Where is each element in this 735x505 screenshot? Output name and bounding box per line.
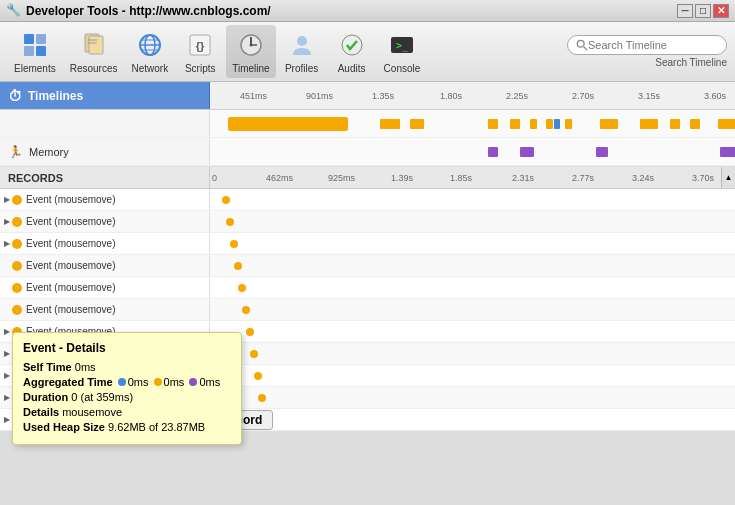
- tooltip-title: Event - Details: [23, 341, 231, 355]
- bar-scripting-12: [690, 119, 700, 129]
- expand-arrow-10[interactable]: ▶: [4, 393, 10, 402]
- event-details-tooltip: Event - Details Self Time 0ms Aggregated…: [12, 332, 242, 445]
- expand-arrow-3[interactable]: ▶: [4, 239, 10, 248]
- event-dot-5: [12, 283, 22, 293]
- bar-scripting-11: [670, 119, 680, 129]
- timelines-icon: ⏱: [8, 88, 22, 104]
- close-button[interactable]: ✕: [713, 4, 729, 18]
- bar-blue-1: [554, 119, 560, 129]
- expand-arrow-1[interactable]: ▶: [4, 195, 10, 204]
- svg-text:>_: >_: [396, 40, 409, 52]
- expand-arrow-9[interactable]: ▶: [4, 371, 10, 380]
- tooltip-self-time-val: 0ms: [75, 361, 96, 373]
- tool-network[interactable]: Network: [126, 25, 175, 78]
- event-text-6: Event (mousemove): [26, 304, 115, 315]
- tooltip-heap-val: 9.62MB of 23.87MB: [108, 421, 205, 433]
- svg-rect-0: [24, 34, 34, 44]
- rt-tick-925ms: 925ms: [328, 173, 355, 183]
- record-marker-10: [258, 394, 266, 402]
- tool-profiles[interactable]: Profiles: [278, 25, 326, 78]
- rt-tick-370s: 3.70s: [692, 173, 714, 183]
- timeline-row-1: [0, 110, 735, 138]
- record-label-4: ▶ Event (mousemove): [0, 255, 210, 276]
- tooltip-duration-label: Duration: [23, 391, 68, 403]
- records-label: RECORDS: [0, 167, 210, 188]
- records-title: RECORDS: [8, 172, 63, 184]
- tool-scripts[interactable]: {} Scripts: [176, 25, 224, 78]
- tooltip-details-val: mousemove: [62, 406, 122, 418]
- window-title: Developer Tools - http://www.cnblogs.com…: [26, 4, 677, 18]
- bar-scripting-5: [510, 119, 520, 129]
- memory-icon: 🏃: [8, 145, 23, 159]
- bar-purple-1: [488, 147, 498, 157]
- audits-icon: [336, 29, 368, 61]
- rt-tick-462ms: 462ms: [266, 173, 293, 183]
- window-icon: 🔧: [6, 3, 22, 19]
- record-marker-2: [226, 218, 234, 226]
- tooltip-duration-val: 0 (at 359ms): [71, 391, 133, 403]
- bar-scripting-10: [640, 119, 658, 129]
- tooltip-self-time: Self Time 0ms: [23, 361, 231, 373]
- svg-point-18: [249, 44, 252, 47]
- tool-console[interactable]: >_ Console: [378, 25, 427, 78]
- tooltip-heap-label: Used Heap Size: [23, 421, 105, 433]
- bar-scripting-9: [600, 119, 618, 129]
- timeline-header: ⏱ Timelines 451ms 901ms 1.35s 1.80s 2.25…: [0, 82, 735, 110]
- timeline-icon: [235, 29, 267, 61]
- search-input[interactable]: [588, 39, 718, 51]
- event-text-4: Event (mousemove): [26, 260, 115, 271]
- minimize-button[interactable]: ─: [677, 4, 693, 18]
- svg-rect-2: [24, 46, 34, 56]
- tooltip-duration: Duration 0 (at 359ms): [23, 391, 231, 403]
- console-label: Console: [384, 63, 421, 74]
- record-label-5: ▶ Event (mousemove): [0, 277, 210, 298]
- tool-elements[interactable]: Elements: [8, 25, 62, 78]
- main-content: ⏱ Timelines 451ms 901ms 1.35s 1.80s 2.25…: [0, 82, 735, 505]
- memory-row: 🏃 Memory: [0, 138, 735, 166]
- search-icon: [576, 38, 588, 52]
- row-1-content: [210, 110, 735, 137]
- record-label-6: ▶ Event (mousemove): [0, 299, 210, 320]
- memory-text: Memory: [29, 146, 69, 158]
- records-list: ▶ Event (mousemove) ▶ Event (mousemove): [0, 189, 735, 505]
- record-marker-5: [238, 284, 246, 292]
- record-content-4: [210, 255, 735, 276]
- svg-line-24: [584, 47, 587, 50]
- event-text-3: Event (mousemove): [26, 238, 115, 249]
- tool-timeline[interactable]: Timeline: [226, 25, 275, 78]
- scripts-icon: {}: [184, 29, 216, 61]
- record-content-9: [210, 365, 735, 386]
- rt-tick-139s: 1.39s: [391, 173, 413, 183]
- bar-scripting-1: [228, 117, 348, 131]
- record-label-1: ▶ Event (mousemove): [0, 189, 210, 210]
- tick-225s: 2.25s: [506, 91, 528, 101]
- tooltip-heap: Used Heap Size 9.62MB of 23.87MB: [23, 421, 231, 433]
- records-scroll-up[interactable]: ▲: [721, 167, 735, 188]
- table-row: ▶ Event (mousemove): [0, 233, 735, 255]
- tool-audits[interactable]: Audits: [328, 25, 376, 78]
- expand-arrow-8[interactable]: ▶: [4, 349, 10, 358]
- tick-180s: 1.80s: [440, 91, 462, 101]
- tick-360s: 3.60s: [704, 91, 726, 101]
- record-marker-1: [222, 196, 230, 204]
- event-text-1: Event (mousemove): [26, 194, 115, 205]
- elements-icon: [19, 29, 51, 61]
- event-dot-4: [12, 261, 22, 271]
- expand-arrow-2[interactable]: ▶: [4, 217, 10, 226]
- records-header: RECORDS 0 462ms 925ms 1.39s 1.85s 2.31s …: [0, 167, 735, 189]
- table-row: ▶ Event (mousemove): [0, 255, 735, 277]
- table-row: ▶ Event (mousemove): [0, 211, 735, 233]
- search-box[interactable]: [567, 35, 727, 55]
- tick-315s: 3.15s: [638, 91, 660, 101]
- window-controls: ─ □ ✕: [677, 4, 729, 18]
- svg-point-19: [297, 36, 307, 46]
- search-label: Search Timeline: [655, 57, 727, 68]
- bar-scripting-7: [546, 119, 553, 129]
- expand-arrow-11[interactable]: ▶: [4, 415, 10, 424]
- record-marker-4: [234, 262, 242, 270]
- record-content-2: [210, 211, 735, 232]
- expand-arrow-7[interactable]: ▶: [4, 327, 10, 336]
- tool-resources[interactable]: Resources: [64, 25, 124, 78]
- event-text-5: Event (mousemove): [26, 282, 115, 293]
- maximize-button[interactable]: □: [695, 4, 711, 18]
